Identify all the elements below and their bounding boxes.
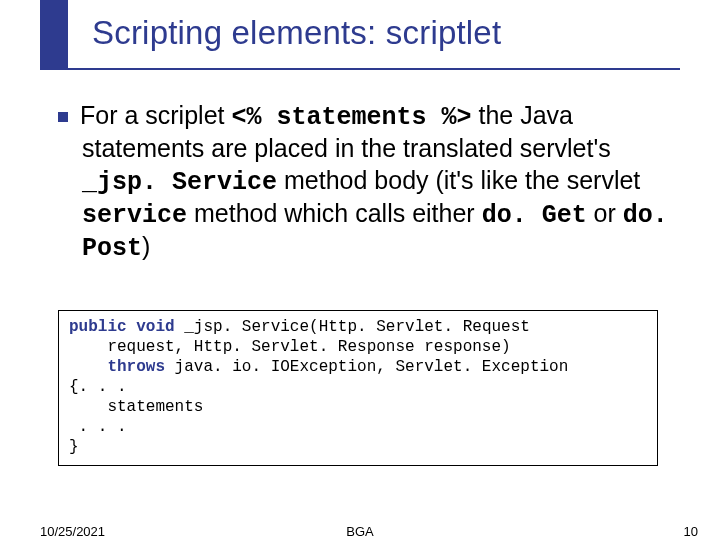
slide-title: Scripting elements: scriptlet [92, 14, 501, 52]
para-text-6: ) [142, 232, 150, 260]
code-keyword-1: public void [69, 318, 175, 336]
code-block: public void _jsp. Service(Http. Servlet.… [58, 310, 658, 466]
title-underline [40, 68, 680, 70]
footer-page-number: 10 [684, 524, 698, 539]
title-accent-bar [40, 0, 68, 68]
para-code-1: <% statements %> [231, 103, 471, 132]
code-line-2: request, Http. Servlet. Response respons… [69, 338, 511, 356]
para-code-2: _jsp. Service [82, 168, 277, 197]
para-text-1: For a scriplet [80, 101, 231, 129]
code-keyword-2: throws [69, 358, 165, 376]
body-text: For a scriplet <% statements %> the Java… [58, 100, 668, 264]
para-code-4: do. Get [482, 201, 587, 230]
code-line-4: {. . . [69, 378, 127, 396]
para-text-3: method body (it's like the servlet [277, 166, 640, 194]
bullet-icon [58, 112, 68, 122]
code-line-6: . . . [69, 418, 127, 436]
para-text-4: method which calls either [187, 199, 482, 227]
para-code-3: service [82, 201, 187, 230]
code-line-3b: java. io. IOException, Servlet. Exceptio… [165, 358, 568, 376]
para-text-5: or [587, 199, 623, 227]
footer-center: BGA [0, 524, 720, 539]
code-line-5: statements [69, 398, 203, 416]
code-line-7: } [69, 438, 79, 456]
code-line-1b: _jsp. Service(Http. Servlet. Request [175, 318, 530, 336]
